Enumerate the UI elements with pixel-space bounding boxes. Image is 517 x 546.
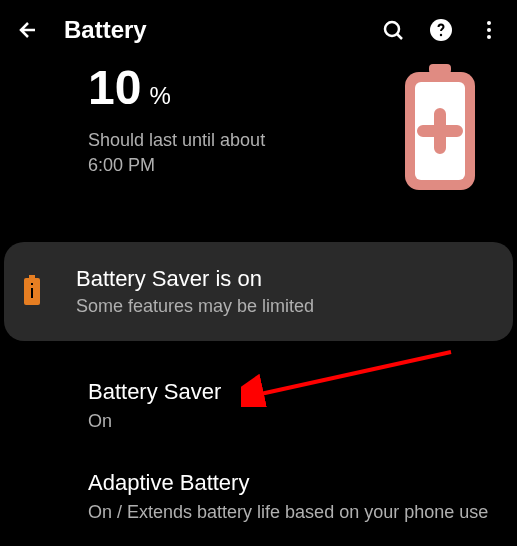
battery-saver-setting[interactable]: Battery Saver On (0, 361, 517, 452)
saver-banner-subtitle: Some features may be limited (76, 296, 489, 317)
battery-estimate-line2: 6:00 PM (88, 153, 399, 178)
adaptive-battery-title: Adaptive Battery (88, 470, 493, 496)
svg-rect-12 (31, 288, 33, 298)
svg-point-2 (440, 34, 442, 36)
svg-point-5 (487, 35, 491, 39)
arrow-back-icon (16, 18, 40, 42)
battery-saver-status: On (88, 409, 493, 434)
more-vertical-icon (477, 18, 501, 42)
battery-percent-value: 10 (88, 64, 141, 112)
saver-banner-title: Battery Saver is on (76, 266, 489, 292)
battery-percent-unit: % (149, 84, 170, 108)
more-button[interactable] (477, 18, 501, 42)
page-title: Battery (64, 16, 381, 44)
header-actions (381, 18, 501, 42)
back-button[interactable] (16, 18, 40, 42)
svg-point-3 (487, 21, 491, 25)
battery-info: 10 % Should last until about 6:00 PM (88, 64, 399, 178)
battery-status: 10 % Should last until about 6:00 PM (0, 64, 517, 198)
help-button[interactable] (429, 18, 453, 42)
saver-banner-icon-wrapper (24, 275, 40, 309)
svg-point-4 (487, 28, 491, 32)
svg-point-0 (385, 22, 399, 36)
battery-icon (399, 64, 481, 194)
saver-banner-content: Battery Saver is on Some features may be… (76, 266, 489, 317)
battery-estimate: Should last until about 6:00 PM (88, 128, 399, 178)
battery-estimate-line1: Should last until about (88, 128, 399, 153)
header: Battery (0, 0, 517, 64)
svg-rect-9 (29, 275, 35, 278)
adaptive-battery-status: On / Extends battery life based on your … (88, 500, 493, 525)
battery-percent: 10 % (88, 64, 399, 112)
battery-saver-title: Battery Saver (88, 379, 493, 405)
svg-rect-11 (31, 283, 33, 285)
adaptive-battery-setting[interactable]: Adaptive Battery On / Extends battery li… (0, 452, 517, 543)
battery-visual (399, 64, 481, 198)
battery-saver-icon (24, 275, 40, 305)
search-button[interactable] (381, 18, 405, 42)
search-icon (381, 18, 405, 42)
help-icon (429, 18, 453, 42)
battery-saver-banner[interactable]: Battery Saver is on Some features may be… (4, 242, 513, 341)
